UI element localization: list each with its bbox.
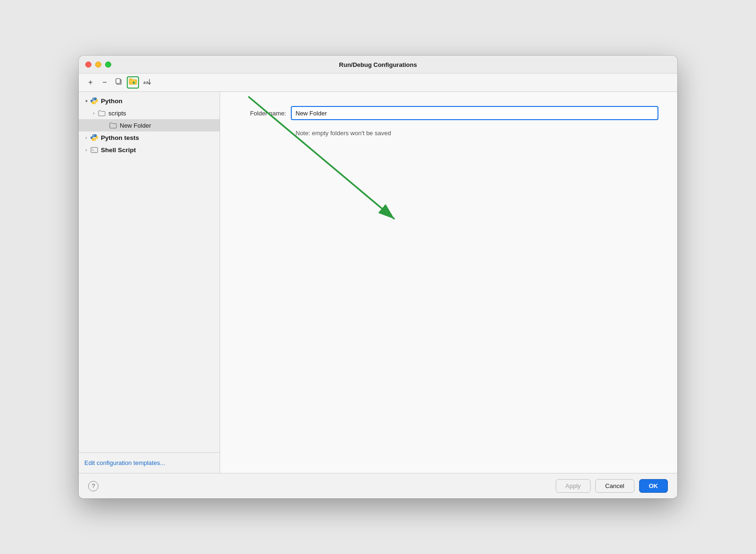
sidebar-item-new-folder[interactable]: New Folder <box>79 119 220 131</box>
maximize-button[interactable] <box>105 61 111 67</box>
sort-button[interactable]: a z <box>141 76 153 89</box>
bottom-right: Apply Cancel OK <box>556 479 668 493</box>
python-label: Python <box>101 98 123 105</box>
edit-templates-link[interactable]: Edit configuration templates... <box>84 459 165 466</box>
sidebar-item-scripts[interactable]: › scripts <box>79 107 220 119</box>
cancel-button[interactable]: Cancel <box>595 479 634 493</box>
window-title: Run/Debug Configurations <box>339 61 417 68</box>
sort-icon: a z <box>143 78 151 87</box>
remove-configuration-button[interactable]: − <box>99 76 111 89</box>
right-panel: Folder name: Note: empty folders won't b… <box>220 92 677 473</box>
title-bar: Run/Debug Configurations <box>79 56 677 73</box>
sidebar-item-python[interactable]: ▾ Python <box>79 95 220 107</box>
toolbar: + − a <box>79 73 677 92</box>
shell-icon: >_ <box>90 146 99 154</box>
main-window: Run/Debug Configurations + − <box>79 56 677 498</box>
shell-script-label: Shell Script <box>101 147 136 154</box>
chevron-right-icon-tests: › <box>82 134 90 141</box>
folder-icon <box>98 109 106 117</box>
sidebar: ▾ Python › <box>79 92 220 473</box>
sidebar-tree: ▾ Python › <box>79 92 220 452</box>
new-folder-button[interactable] <box>127 76 139 89</box>
folder-name-label: Folder name: <box>239 110 291 117</box>
traffic-lights <box>85 61 111 67</box>
python-tests-icon <box>90 133 99 142</box>
svg-text:a: a <box>143 80 146 85</box>
chevron-right-icon: › <box>90 109 98 117</box>
new-folder-label: New Folder <box>120 122 151 129</box>
scripts-label: scripts <box>108 110 126 117</box>
apply-button[interactable]: Apply <box>556 479 591 493</box>
sidebar-item-shell-script[interactable]: › >_ Shell Script <box>79 144 220 156</box>
python-icon <box>90 97 99 105</box>
bottom-left: ? <box>88 481 99 491</box>
bottom-bar: ? Apply Cancel OK <box>79 473 677 498</box>
folder-empty-icon <box>109 121 117 130</box>
main-content: ▾ Python › <box>79 92 677 473</box>
note-text: Note: empty folders won't be saved <box>296 130 658 137</box>
help-button[interactable]: ? <box>88 481 99 491</box>
folder-name-input[interactable] <box>291 106 658 120</box>
svg-text:z: z <box>146 80 148 85</box>
chevron-right-icon-shell: › <box>82 146 90 154</box>
minus-icon: − <box>102 78 107 87</box>
sidebar-item-python-tests[interactable]: › Python tests <box>79 131 220 144</box>
ok-button[interactable]: OK <box>639 479 668 493</box>
spacer-icon <box>101 122 109 129</box>
copy-icon <box>115 78 123 87</box>
add-configuration-button[interactable]: + <box>84 76 97 89</box>
copy-configuration-button[interactable] <box>113 76 125 89</box>
svg-text:>_: >_ <box>92 148 96 152</box>
plus-icon: + <box>88 78 92 87</box>
new-folder-icon <box>129 78 137 87</box>
sidebar-footer: Edit configuration templates... <box>79 452 220 473</box>
python-tests-label: Python tests <box>101 134 139 141</box>
minimize-button[interactable] <box>95 61 101 67</box>
svg-rect-1 <box>116 79 120 83</box>
chevron-down-icon: ▾ <box>82 97 90 105</box>
close-button[interactable] <box>85 61 91 67</box>
folder-name-row: Folder name: <box>239 106 658 120</box>
